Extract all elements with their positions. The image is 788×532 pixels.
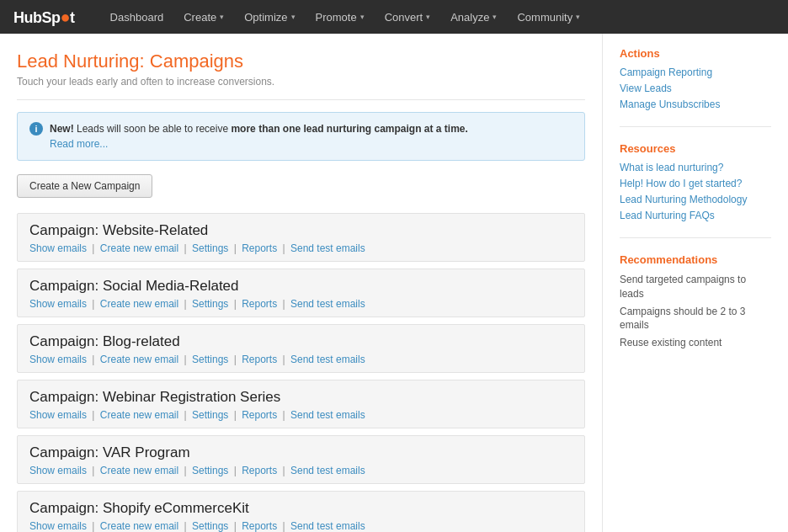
recommendations-heading: Recommendations [620,253,771,266]
campaign-action-settings[interactable]: Settings [192,354,228,365]
info-banner: i New! Leads will soon be able to receiv… [17,112,585,161]
campaign-action-show-emails[interactable]: Show emails [29,298,87,310]
campaign-action-create-email[interactable]: Create new email [100,242,178,254]
nav-item-optimize[interactable]: Optimize ▾ [234,0,305,34]
campaign-action-reports[interactable]: Reports [242,298,277,310]
sidebar-link-what-is[interactable]: What is lead nurturing? [620,162,771,173]
read-more-link[interactable]: Read more... [50,138,108,150]
campaign-action-send-test[interactable]: Send test emails [290,242,365,254]
campaign-action-show-emails[interactable]: Show emails [29,354,87,365]
campaign-action-create-email[interactable]: Create new email [100,354,178,365]
separator: | [89,298,98,310]
campaign-action-reports[interactable]: Reports [242,242,277,254]
separator: | [280,465,288,476]
sidebar-link-how-started[interactable]: Help! How do I get started? [620,178,771,189]
resources-heading: Resources [620,142,771,155]
campaign-name: Campaign: Webinar Registration Series [29,389,572,406]
nav-menu: Dashboard Create ▾ Optimize ▾ Promote ▾ … [100,0,591,34]
recommendation-1: Send targeted campaigns to leads [620,273,771,301]
chevron-down-icon: ▾ [576,13,580,21]
sidebar-link-view-leads[interactable]: View Leads [620,82,771,94]
campaign-action-settings[interactable]: Settings [192,520,228,532]
separator: | [89,465,98,476]
create-campaign-button[interactable]: Create a New Campaign [17,174,152,198]
sidebar-resources-section: Resources What is lead nurturing? Help! … [620,142,771,238]
page-title: Lead Nurturing: Campaigns [17,51,585,72]
logo[interactable]: HubSp●t [13,8,75,27]
info-prefix: New! Leads will soon be able to receive … [50,123,468,135]
campaign-action-show-emails[interactable]: Show emails [29,409,87,421]
campaign-action-reports[interactable]: Reports [242,465,277,476]
separator: | [280,242,288,254]
campaign-name: Campaign: Social Media-Related [29,278,572,295]
campaign-action-send-test[interactable]: Send test emails [290,409,365,421]
campaign-action-links: Show emails | Create new email | Setting… [29,242,572,254]
campaign-action-settings[interactable]: Settings [192,409,228,421]
separator: | [181,242,189,254]
chevron-down-icon: ▾ [360,13,365,21]
info-text: New! Leads will soon be able to receive … [50,121,468,152]
separator: | [280,409,288,421]
separator: | [231,242,239,254]
campaign-action-reports[interactable]: Reports [242,354,277,365]
campaign-action-show-emails[interactable]: Show emails [29,465,87,476]
campaign-action-reports[interactable]: Reports [242,520,277,532]
campaign-action-reports[interactable]: Reports [242,409,277,421]
campaign-item: Campaign: Shopify eCommerceKitShow email… [17,491,585,532]
campaign-item: Campaign: Website-RelatedShow emails | C… [17,213,585,262]
nav-item-promote[interactable]: Promote ▾ [306,0,375,34]
campaign-list: Campaign: Website-RelatedShow emails | C… [17,213,585,532]
campaign-action-show-emails[interactable]: Show emails [29,520,87,532]
campaign-item: Campaign: VAR ProgramShow emails | Creat… [17,435,585,484]
separator: | [231,298,239,310]
separator: | [181,354,189,365]
separator: | [181,409,189,421]
nav-item-analyze[interactable]: Analyze ▾ [440,0,507,34]
campaign-action-create-email[interactable]: Create new email [100,520,178,532]
separator: | [280,298,288,310]
sidebar-link-faqs[interactable]: Lead Nurturing FAQs [620,210,771,221]
campaign-action-create-email[interactable]: Create new email [100,465,178,476]
campaign-action-settings[interactable]: Settings [192,298,228,310]
campaign-item: Campaign: Blog-relatedShow emails | Crea… [17,324,585,373]
campaign-action-links: Show emails | Create new email | Setting… [29,465,572,476]
info-bold: more than one lead nurturing campaign at… [231,123,467,135]
campaign-action-create-email[interactable]: Create new email [100,409,178,421]
separator: | [231,520,239,532]
campaign-action-links: Show emails | Create new email | Setting… [29,298,572,310]
campaign-action-create-email[interactable]: Create new email [100,298,178,310]
campaign-name: Campaign: Shopify eCommerceKit [29,500,572,517]
campaign-action-settings[interactable]: Settings [192,465,228,476]
campaign-action-links: Show emails | Create new email | Setting… [29,409,572,421]
separator: | [89,520,98,532]
campaign-action-send-test[interactable]: Send test emails [290,298,365,310]
content-area: Lead Nurturing: Campaigns Touch your lea… [0,34,603,532]
campaign-item: Campaign: Social Media-RelatedShow email… [17,269,585,317]
campaign-action-send-test[interactable]: Send test emails [290,354,365,365]
nav-item-dashboard[interactable]: Dashboard [100,0,174,34]
divider [17,99,585,100]
sidebar-recommendations-section: Recommendations Send targeted campaigns … [620,253,771,365]
nav-item-create[interactable]: Create ▾ [173,0,234,34]
recommendation-3: Reuse existing content [620,336,771,350]
separator: | [89,242,98,254]
campaign-name: Campaign: Blog-related [29,333,572,350]
campaign-action-settings[interactable]: Settings [192,242,228,254]
campaign-name: Campaign: Website-Related [29,222,572,239]
campaign-action-send-test[interactable]: Send test emails [290,520,365,532]
separator: | [231,354,239,365]
sidebar-link-manage-unsubscribes[interactable]: Manage Unsubscribes [620,98,771,110]
nav-item-convert[interactable]: Convert ▾ [375,0,441,34]
nav-item-community[interactable]: Community ▾ [507,0,590,34]
logo-text: HubSp●t [13,8,75,27]
sidebar-link-methodology[interactable]: Lead Nurturing Methodology [620,194,771,205]
sidebar-link-campaign-reporting[interactable]: Campaign Reporting [620,66,771,78]
campaign-action-show-emails[interactable]: Show emails [29,242,87,254]
separator: | [181,520,189,532]
new-label: New! [50,123,74,135]
campaign-action-send-test[interactable]: Send test emails [290,465,365,476]
separator: | [231,465,239,476]
recommendation-2: Campaigns should be 2 to 3 emails [620,305,771,333]
main-container: Lead Nurturing: Campaigns Touch your lea… [0,34,788,532]
chevron-down-icon: ▾ [492,13,497,21]
